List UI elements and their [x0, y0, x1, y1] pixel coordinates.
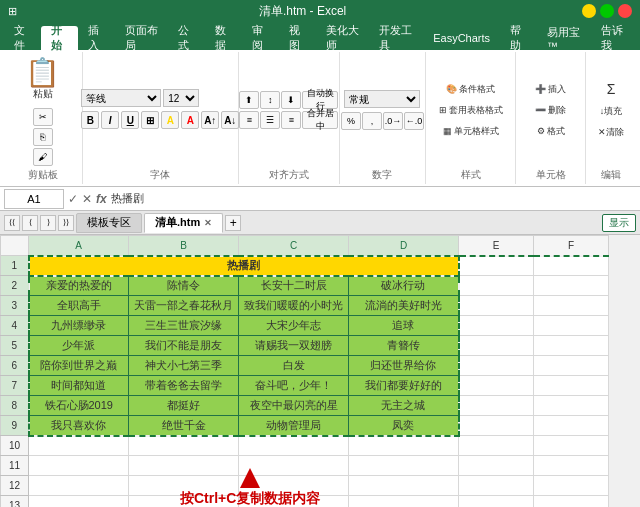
cell-r1-c5[interactable] [459, 256, 534, 276]
row-header-1[interactable]: 1 [1, 256, 29, 276]
row-header-9[interactable]: 9 [1, 416, 29, 436]
align-bottom-button[interactable]: ⬇ [281, 91, 301, 109]
cell-r6-c6[interactable] [534, 356, 609, 376]
cell-r8-c6[interactable] [534, 396, 609, 416]
cell-r1-c6[interactable] [534, 256, 609, 276]
cell-r9-c5[interactable] [459, 416, 534, 436]
cell-r12-c4[interactable] [349, 476, 459, 496]
cell-r7-c3[interactable]: 奋斗吧，少年！ [239, 376, 349, 396]
cell-r5-c2[interactable]: 我们不能是朋友 [129, 336, 239, 356]
cell-r2-c2[interactable]: 陈情令 [129, 276, 239, 296]
cell-r11-c1[interactable] [29, 456, 129, 476]
format-painter-button[interactable]: 🖌 [33, 148, 53, 166]
merge-center-button[interactable]: 合并居中 [302, 111, 338, 129]
row-header-13[interactable]: 13 [1, 496, 29, 508]
tab-nav-prev[interactable]: ⟨ [22, 215, 38, 231]
cell-r11-c6[interactable] [534, 456, 609, 476]
cell-r5-c4[interactable]: 青簪传 [349, 336, 459, 356]
tab-data[interactable]: 数据 [205, 26, 242, 50]
cell-r3-c6[interactable] [534, 296, 609, 316]
delete-button[interactable]: ➖ 删除 [530, 101, 571, 120]
number-format-select[interactable]: 常规 [344, 90, 420, 108]
align-middle-button[interactable]: ↕ [260, 91, 280, 109]
conditional-format-button[interactable]: 🎨 条件格式 [441, 80, 500, 99]
cell-r8-c4[interactable]: 无主之城 [349, 396, 459, 416]
tab-insert[interactable]: 插入 [78, 26, 115, 50]
cell-r7-c4[interactable]: 我们都要好好的 [349, 376, 459, 396]
tab-nav-first[interactable]: ⟨⟨ [4, 215, 20, 231]
row-header-6[interactable]: 6 [1, 356, 29, 376]
col-header-f[interactable]: F [534, 236, 609, 256]
cell-r12-c6[interactable] [534, 476, 609, 496]
cell-r8-c1[interactable]: 铁石心肠2019 [29, 396, 129, 416]
cell-r3-c3[interactable]: 致我们暖暖的小时光 [239, 296, 349, 316]
bold-button[interactable]: B [81, 111, 99, 129]
cell-r5-c6[interactable] [534, 336, 609, 356]
insert-button[interactable]: ➕ 插入 [530, 80, 571, 99]
tab-nav-next[interactable]: ⟩ [40, 215, 56, 231]
cell-r6-c3[interactable]: 白发 [239, 356, 349, 376]
sheet-tab-template[interactable]: 模板专区 [76, 213, 142, 233]
tab-nav-last[interactable]: ⟩⟩ [58, 215, 74, 231]
tab-review[interactable]: 审阅 [242, 26, 279, 50]
underline-button[interactable]: U [121, 111, 139, 129]
fill-button[interactable]: ↓填充 [595, 102, 628, 121]
minimize-button[interactable] [582, 4, 596, 18]
decrease-decimal-button[interactable]: ←.0 [404, 112, 424, 130]
cell-r7-c1[interactable]: 时间都知道 [29, 376, 129, 396]
tab-easycharts[interactable]: EasyCharts [423, 26, 500, 50]
col-header-d[interactable]: D [349, 236, 459, 256]
cell-r10-c3[interactable] [239, 436, 349, 456]
col-header-b[interactable]: B [129, 236, 239, 256]
cell-r9-c4[interactable]: 凤奕 [349, 416, 459, 436]
add-sheet-button[interactable]: + [225, 215, 241, 231]
row-header-5[interactable]: 5 [1, 336, 29, 356]
row-header-12[interactable]: 12 [1, 476, 29, 496]
tab-file[interactable]: 文件 [4, 26, 41, 50]
cell-r2-c1[interactable]: 亲爱的热爱的 [29, 276, 129, 296]
font-size-select[interactable]: 12 [163, 89, 199, 107]
cell-r4-c5[interactable] [459, 316, 534, 336]
cell-r2-c4[interactable]: 破冰行动 [349, 276, 459, 296]
row-header-4[interactable]: 4 [1, 316, 29, 336]
increase-size-button[interactable]: A↑ [201, 111, 219, 129]
cell-r6-c4[interactable]: 归还世界给你 [349, 356, 459, 376]
tab-help[interactable]: 帮助 [500, 26, 537, 50]
sum-button[interactable]: Σ [596, 78, 626, 100]
cell-r6-c2[interactable]: 神犬小七第三季 [129, 356, 239, 376]
paste-button[interactable]: 📋 粘贴 [16, 54, 69, 106]
close-button[interactable] [618, 4, 632, 18]
cell-r8-c5[interactable] [459, 396, 534, 416]
cell-r10-c5[interactable] [459, 436, 534, 456]
cell-r13-c4[interactable] [349, 496, 459, 508]
format-button[interactable]: ⚙ 格式 [532, 122, 570, 141]
sheet-tab-list[interactable]: 清单.htm ✕ [144, 213, 223, 233]
cell-r4-c1[interactable]: 九州缥缈录 [29, 316, 129, 336]
cell-r4-c3[interactable]: 大宋少年志 [239, 316, 349, 336]
cell-r13-c1[interactable] [29, 496, 129, 508]
cell-r9-c1[interactable]: 我只喜欢你 [29, 416, 129, 436]
comma-button[interactable]: , [362, 112, 382, 130]
tab-formula[interactable]: 公式 [168, 26, 205, 50]
tab-ezpro[interactable]: 易用宝™ [537, 26, 591, 50]
copy-button[interactable]: ⎘ [33, 128, 53, 146]
col-header-a[interactable]: A [29, 236, 129, 256]
border-button[interactable]: ⊞ [141, 111, 159, 129]
italic-button[interactable]: I [101, 111, 119, 129]
cell-r3-c1[interactable]: 全职高手 [29, 296, 129, 316]
col-header-e[interactable]: E [459, 236, 534, 256]
align-left-button[interactable]: ≡ [239, 111, 259, 129]
tab-developer[interactable]: 开发工具 [369, 26, 423, 50]
align-right-button[interactable]: ≡ [281, 111, 301, 129]
cell-r9-c2[interactable]: 绝世千金 [129, 416, 239, 436]
cell-r5-c5[interactable] [459, 336, 534, 356]
cell-r8-c2[interactable]: 都挺好 [129, 396, 239, 416]
row-header-2[interactable]: 2 [1, 276, 29, 296]
col-header-c[interactable]: C [239, 236, 349, 256]
clear-button[interactable]: ✕清除 [593, 123, 629, 142]
font-color-button[interactable]: A [181, 111, 199, 129]
decrease-size-button[interactable]: A↓ [221, 111, 239, 129]
row-header-3[interactable]: 3 [1, 296, 29, 316]
cell-r2-c6[interactable] [534, 276, 609, 296]
cell-r4-c6[interactable] [534, 316, 609, 336]
